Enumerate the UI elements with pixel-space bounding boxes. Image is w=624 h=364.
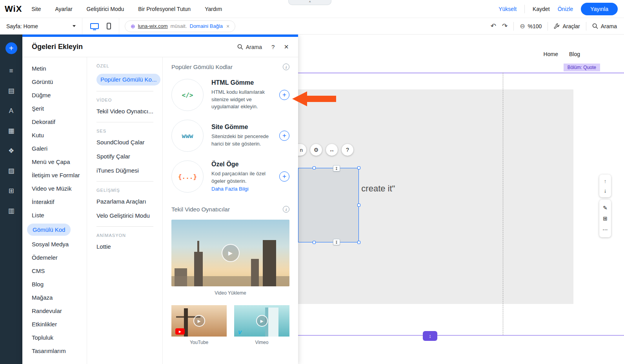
domain-link[interactable]: luna-wix.com — [138, 23, 168, 29]
collapse-notch[interactable]: ^ — [288, 0, 331, 5]
category-item[interactable]: Görüntü — [22, 75, 87, 89]
connect-domain-link[interactable]: Domaini Bağla — [190, 23, 223, 29]
search-button[interactable]: Arama — [592, 23, 617, 29]
app-market-icon[interactable]: ❖ — [8, 147, 14, 154]
category-item[interactable]: Mağaza — [22, 291, 87, 304]
youtube-thumbnail[interactable]: ▶ ▶ — [171, 305, 227, 337]
video-upload-thumbnail[interactable]: ▶ — [171, 220, 289, 286]
subsection-item[interactable]: Tekil Video Oynatıcı... — [96, 108, 162, 115]
store-icon[interactable]: ▥ — [8, 207, 14, 214]
topbar-menu-item[interactable]: Geliştirici Modu — [87, 6, 124, 12]
nav-item-home[interactable]: Home — [544, 51, 558, 57]
caret-up-icon: ^ — [309, 1, 311, 4]
category-item[interactable]: Dekoratif — [22, 115, 87, 129]
category-item[interactable]: Topluluk — [22, 331, 87, 344]
resize-handle[interactable] — [313, 241, 316, 244]
layout-icon[interactable]: ⊞ — [603, 216, 608, 221]
topbar-menu-item[interactable]: Ayarlar — [55, 6, 72, 12]
content-manager-icon[interactable]: ⊞ — [8, 187, 14, 194]
tools-button[interactable]: Araçlar — [554, 23, 580, 29]
resize-handle[interactable] — [313, 166, 316, 169]
subsection-item[interactable]: Lottie — [96, 243, 162, 250]
resize-handle[interactable] — [357, 166, 360, 169]
category-item[interactable]: Ödemeler — [22, 251, 87, 264]
category-item[interactable]: Düğme — [22, 89, 87, 102]
upgrade-link[interactable]: Yükselt — [498, 6, 517, 12]
preview-button[interactable]: Önizle — [558, 6, 573, 12]
move-up-icon[interactable]: ↑ — [604, 178, 607, 184]
category-item[interactable]: Tasarımlarım — [22, 344, 87, 358]
subsection-item[interactable]: iTunes Düğmesi — [96, 167, 162, 174]
subsection-item[interactable]: Pazarlama Araçları — [96, 198, 162, 205]
pages-icon[interactable]: ▤ — [8, 87, 14, 94]
category-item[interactable]: Sosyal Medya — [22, 238, 87, 251]
zoom-control[interactable]: ⊖ %100 — [520, 22, 542, 30]
category-item[interactable]: Kutu — [22, 129, 87, 142]
subsection-item[interactable]: Popüler Gömülü Ko... — [96, 74, 162, 86]
more-options-icon[interactable]: ⋯ — [602, 227, 608, 232]
category-item[interactable]: Etkinlikler — [22, 318, 87, 331]
category-item[interactable]: Şerit — [22, 102, 87, 115]
save-button[interactable]: Kaydet — [533, 6, 550, 12]
mobile-view-icon[interactable] — [107, 23, 111, 29]
design-icon[interactable]: ✎ — [603, 205, 608, 211]
help-button[interactable]: ? — [342, 144, 353, 156]
stretch-handle-icon[interactable]: ↧ — [333, 165, 340, 171]
category-item[interactable]: Galeri — [22, 142, 87, 155]
redo-icon[interactable]: ↷ — [502, 22, 508, 30]
add-icon[interactable]: + — [5, 42, 17, 54]
section-resize-button[interactable]: ↕ — [423, 331, 437, 341]
subsection-item-label: Velo Geliştirici Modu — [96, 212, 150, 219]
move-down-icon[interactable]: ↓ — [604, 188, 607, 193]
panel-search[interactable]: Arama — [237, 44, 262, 50]
wix-logo[interactable]: WiX — [5, 4, 22, 14]
stretch-button[interactable]: ↔ — [326, 144, 338, 156]
undo-icon[interactable]: ↶ — [491, 22, 496, 30]
embed-more-link[interactable]: Daha Fazla Bilgi — [211, 186, 249, 192]
category-item[interactable]: Blog — [22, 278, 87, 291]
embed-title: Site Gömme — [211, 124, 275, 131]
category-item[interactable]: Metin — [22, 62, 87, 75]
topbar-menu-item[interactable]: Yardım — [205, 6, 222, 12]
add-embed-button[interactable]: + — [279, 171, 289, 182]
settings-button[interactable]: ⚙ — [310, 144, 322, 156]
add-embed-button[interactable]: + — [279, 131, 289, 141]
subsection-item[interactable]: SoundCloud Çalar — [96, 139, 162, 146]
info-icon[interactable]: i — [283, 64, 289, 70]
site-menu-icon[interactable]: ≡ — [9, 67, 13, 74]
close-icon[interactable]: × — [226, 23, 229, 29]
category-label: Video ve Müzik — [32, 185, 71, 192]
element-side-toolbar-arrows: ↑ ↓ — [599, 175, 611, 197]
category-item[interactable]: Video ve Müzik — [22, 182, 87, 195]
category-item[interactable]: Liste — [22, 209, 87, 222]
topbar-menu-item[interactable]: Site — [31, 6, 41, 12]
category-item[interactable]: Menü ve Çapa — [22, 155, 87, 169]
desktop-view-icon[interactable] — [90, 23, 99, 29]
quote-text[interactable]: o create it" — [354, 184, 395, 194]
category-item[interactable]: CMS — [22, 264, 87, 278]
publish-button[interactable]: Yayınla — [581, 3, 618, 15]
vimeo-thumbnail[interactable]: ▶ v — [234, 305, 289, 337]
category-item[interactable]: İletişim ve Formlar — [22, 169, 87, 182]
info-icon[interactable]: i — [283, 206, 289, 213]
category-item[interactable]: Gömülü Kod — [22, 222, 87, 238]
media-icon[interactable]: ▨ — [8, 167, 14, 174]
section-badge[interactable]: Bölüm: Quote — [564, 64, 600, 71]
panel-close-button[interactable]: × — [284, 42, 289, 51]
selected-element[interactable]: ↧ ↧ — [298, 168, 359, 242]
nav-item-blog[interactable]: Blog — [569, 51, 580, 57]
add-embed-button[interactable]: + — [279, 90, 289, 100]
topbar-menu-item[interactable]: Bir Profesyonel Tutun — [138, 6, 191, 12]
add-section-icon[interactable]: ▦ — [8, 127, 14, 134]
page-selector[interactable]: Sayfa: Home — [0, 18, 82, 34]
panel-help-button[interactable]: ? — [271, 44, 275, 50]
site-design-icon[interactable]: A — [9, 107, 13, 114]
category-label: Kutu — [32, 132, 44, 138]
subsection-item[interactable]: Velo Geliştirici Modu — [96, 212, 162, 219]
category-item[interactable]: Randevular — [22, 304, 87, 318]
category-item[interactable]: İnteraktif — [22, 195, 87, 209]
resize-handle[interactable] — [357, 241, 360, 244]
subsection-item[interactable]: Spotify Çalar — [96, 153, 162, 160]
resize-handle[interactable] — [357, 204, 360, 207]
stretch-handle-icon[interactable]: ↧ — [333, 239, 340, 245]
